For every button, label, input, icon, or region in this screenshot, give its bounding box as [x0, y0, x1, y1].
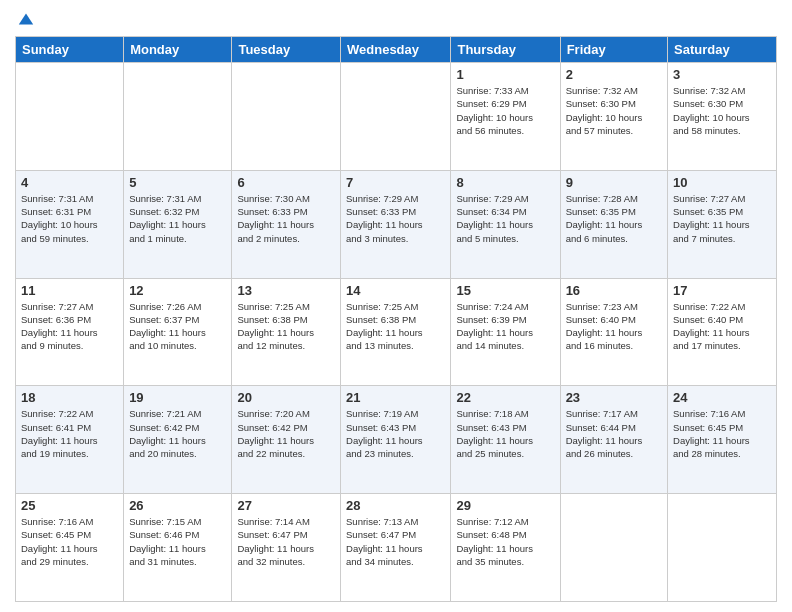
- day-cell: 25Sunrise: 7:16 AM Sunset: 6:45 PM Dayli…: [16, 494, 124, 602]
- day-info: Sunrise: 7:21 AM Sunset: 6:42 PM Dayligh…: [129, 407, 226, 460]
- day-info: Sunrise: 7:33 AM Sunset: 6:29 PM Dayligh…: [456, 84, 554, 137]
- day-cell: 8Sunrise: 7:29 AM Sunset: 6:34 PM Daylig…: [451, 170, 560, 278]
- day-number: 6: [237, 175, 335, 190]
- day-info: Sunrise: 7:25 AM Sunset: 6:38 PM Dayligh…: [346, 300, 445, 353]
- day-number: 17: [673, 283, 771, 298]
- day-cell: 9Sunrise: 7:28 AM Sunset: 6:35 PM Daylig…: [560, 170, 667, 278]
- day-info: Sunrise: 7:28 AM Sunset: 6:35 PM Dayligh…: [566, 192, 662, 245]
- day-number: 13: [237, 283, 335, 298]
- day-number: 18: [21, 390, 118, 405]
- day-info: Sunrise: 7:24 AM Sunset: 6:39 PM Dayligh…: [456, 300, 554, 353]
- day-cell: 26Sunrise: 7:15 AM Sunset: 6:46 PM Dayli…: [124, 494, 232, 602]
- day-cell: 2Sunrise: 7:32 AM Sunset: 6:30 PM Daylig…: [560, 63, 667, 171]
- day-number: 9: [566, 175, 662, 190]
- day-info: Sunrise: 7:29 AM Sunset: 6:33 PM Dayligh…: [346, 192, 445, 245]
- day-number: 3: [673, 67, 771, 82]
- day-cell: 16Sunrise: 7:23 AM Sunset: 6:40 PM Dayli…: [560, 278, 667, 386]
- day-cell: 3Sunrise: 7:32 AM Sunset: 6:30 PM Daylig…: [668, 63, 777, 171]
- day-info: Sunrise: 7:25 AM Sunset: 6:38 PM Dayligh…: [237, 300, 335, 353]
- day-cell: 24Sunrise: 7:16 AM Sunset: 6:45 PM Dayli…: [668, 386, 777, 494]
- day-info: Sunrise: 7:22 AM Sunset: 6:40 PM Dayligh…: [673, 300, 771, 353]
- day-cell: 7Sunrise: 7:29 AM Sunset: 6:33 PM Daylig…: [341, 170, 451, 278]
- page: SundayMondayTuesdayWednesdayThursdayFrid…: [0, 0, 792, 612]
- weekday-thursday: Thursday: [451, 37, 560, 63]
- day-number: 22: [456, 390, 554, 405]
- day-number: 5: [129, 175, 226, 190]
- day-number: 7: [346, 175, 445, 190]
- day-number: 12: [129, 283, 226, 298]
- day-cell: 4Sunrise: 7:31 AM Sunset: 6:31 PM Daylig…: [16, 170, 124, 278]
- weekday-sunday: Sunday: [16, 37, 124, 63]
- day-number: 28: [346, 498, 445, 513]
- day-info: Sunrise: 7:20 AM Sunset: 6:42 PM Dayligh…: [237, 407, 335, 460]
- day-number: 24: [673, 390, 771, 405]
- weekday-wednesday: Wednesday: [341, 37, 451, 63]
- day-info: Sunrise: 7:31 AM Sunset: 6:32 PM Dayligh…: [129, 192, 226, 245]
- day-number: 29: [456, 498, 554, 513]
- day-info: Sunrise: 7:30 AM Sunset: 6:33 PM Dayligh…: [237, 192, 335, 245]
- day-info: Sunrise: 7:13 AM Sunset: 6:47 PM Dayligh…: [346, 515, 445, 568]
- week-row-1: 1Sunrise: 7:33 AM Sunset: 6:29 PM Daylig…: [16, 63, 777, 171]
- week-row-2: 4Sunrise: 7:31 AM Sunset: 6:31 PM Daylig…: [16, 170, 777, 278]
- day-cell: 21Sunrise: 7:19 AM Sunset: 6:43 PM Dayli…: [341, 386, 451, 494]
- day-cell: 18Sunrise: 7:22 AM Sunset: 6:41 PM Dayli…: [16, 386, 124, 494]
- day-number: 19: [129, 390, 226, 405]
- day-number: 25: [21, 498, 118, 513]
- day-cell: 14Sunrise: 7:25 AM Sunset: 6:38 PM Dayli…: [341, 278, 451, 386]
- day-number: 26: [129, 498, 226, 513]
- logo: [15, 10, 35, 28]
- week-row-5: 25Sunrise: 7:16 AM Sunset: 6:45 PM Dayli…: [16, 494, 777, 602]
- day-cell: 12Sunrise: 7:26 AM Sunset: 6:37 PM Dayli…: [124, 278, 232, 386]
- day-cell: 20Sunrise: 7:20 AM Sunset: 6:42 PM Dayli…: [232, 386, 341, 494]
- header: [15, 10, 777, 28]
- weekday-monday: Monday: [124, 37, 232, 63]
- day-cell: [560, 494, 667, 602]
- week-row-3: 11Sunrise: 7:27 AM Sunset: 6:36 PM Dayli…: [16, 278, 777, 386]
- day-cell: 28Sunrise: 7:13 AM Sunset: 6:47 PM Dayli…: [341, 494, 451, 602]
- svg-marker-0: [19, 14, 33, 25]
- day-number: 27: [237, 498, 335, 513]
- day-info: Sunrise: 7:15 AM Sunset: 6:46 PM Dayligh…: [129, 515, 226, 568]
- day-number: 14: [346, 283, 445, 298]
- day-info: Sunrise: 7:12 AM Sunset: 6:48 PM Dayligh…: [456, 515, 554, 568]
- day-cell: [668, 494, 777, 602]
- day-cell: 11Sunrise: 7:27 AM Sunset: 6:36 PM Dayli…: [16, 278, 124, 386]
- day-info: Sunrise: 7:32 AM Sunset: 6:30 PM Dayligh…: [566, 84, 662, 137]
- day-number: 20: [237, 390, 335, 405]
- day-info: Sunrise: 7:17 AM Sunset: 6:44 PM Dayligh…: [566, 407, 662, 460]
- day-cell: [16, 63, 124, 171]
- day-info: Sunrise: 7:29 AM Sunset: 6:34 PM Dayligh…: [456, 192, 554, 245]
- week-row-4: 18Sunrise: 7:22 AM Sunset: 6:41 PM Dayli…: [16, 386, 777, 494]
- day-info: Sunrise: 7:18 AM Sunset: 6:43 PM Dayligh…: [456, 407, 554, 460]
- day-info: Sunrise: 7:27 AM Sunset: 6:36 PM Dayligh…: [21, 300, 118, 353]
- day-cell: [232, 63, 341, 171]
- weekday-friday: Friday: [560, 37, 667, 63]
- day-number: 4: [21, 175, 118, 190]
- day-info: Sunrise: 7:16 AM Sunset: 6:45 PM Dayligh…: [673, 407, 771, 460]
- logo-icon: [17, 10, 35, 28]
- day-cell: 6Sunrise: 7:30 AM Sunset: 6:33 PM Daylig…: [232, 170, 341, 278]
- calendar: SundayMondayTuesdayWednesdayThursdayFrid…: [15, 36, 777, 602]
- day-number: 11: [21, 283, 118, 298]
- logo-text: [15, 10, 35, 28]
- day-cell: 22Sunrise: 7:18 AM Sunset: 6:43 PM Dayli…: [451, 386, 560, 494]
- day-cell: 5Sunrise: 7:31 AM Sunset: 6:32 PM Daylig…: [124, 170, 232, 278]
- day-info: Sunrise: 7:19 AM Sunset: 6:43 PM Dayligh…: [346, 407, 445, 460]
- day-number: 15: [456, 283, 554, 298]
- day-info: Sunrise: 7:31 AM Sunset: 6:31 PM Dayligh…: [21, 192, 118, 245]
- weekday-saturday: Saturday: [668, 37, 777, 63]
- day-info: Sunrise: 7:22 AM Sunset: 6:41 PM Dayligh…: [21, 407, 118, 460]
- day-info: Sunrise: 7:26 AM Sunset: 6:37 PM Dayligh…: [129, 300, 226, 353]
- day-number: 16: [566, 283, 662, 298]
- day-info: Sunrise: 7:14 AM Sunset: 6:47 PM Dayligh…: [237, 515, 335, 568]
- day-cell: 29Sunrise: 7:12 AM Sunset: 6:48 PM Dayli…: [451, 494, 560, 602]
- day-number: 8: [456, 175, 554, 190]
- day-info: Sunrise: 7:27 AM Sunset: 6:35 PM Dayligh…: [673, 192, 771, 245]
- day-cell: 27Sunrise: 7:14 AM Sunset: 6:47 PM Dayli…: [232, 494, 341, 602]
- day-cell: 23Sunrise: 7:17 AM Sunset: 6:44 PM Dayli…: [560, 386, 667, 494]
- day-cell: 13Sunrise: 7:25 AM Sunset: 6:38 PM Dayli…: [232, 278, 341, 386]
- day-info: Sunrise: 7:32 AM Sunset: 6:30 PM Dayligh…: [673, 84, 771, 137]
- day-number: 1: [456, 67, 554, 82]
- day-cell: 17Sunrise: 7:22 AM Sunset: 6:40 PM Dayli…: [668, 278, 777, 386]
- day-number: 23: [566, 390, 662, 405]
